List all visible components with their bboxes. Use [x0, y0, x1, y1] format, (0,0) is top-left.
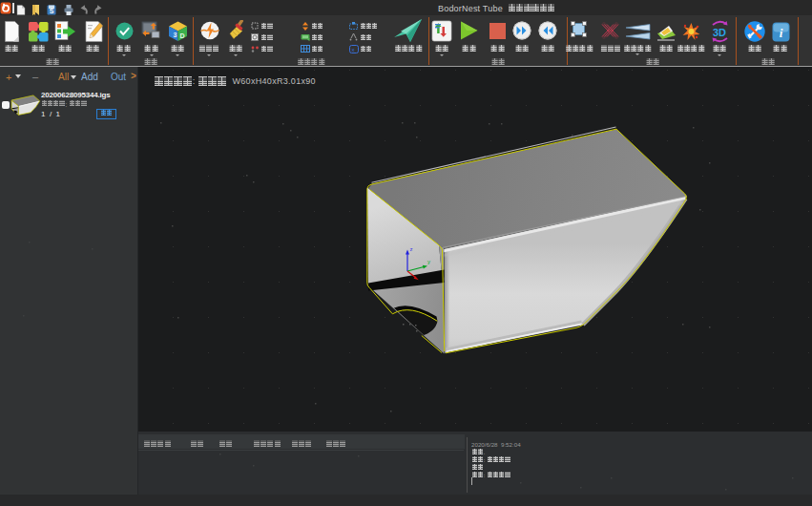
svg-text:y: y — [427, 259, 430, 264]
svg-text:z: z — [410, 246, 413, 252]
